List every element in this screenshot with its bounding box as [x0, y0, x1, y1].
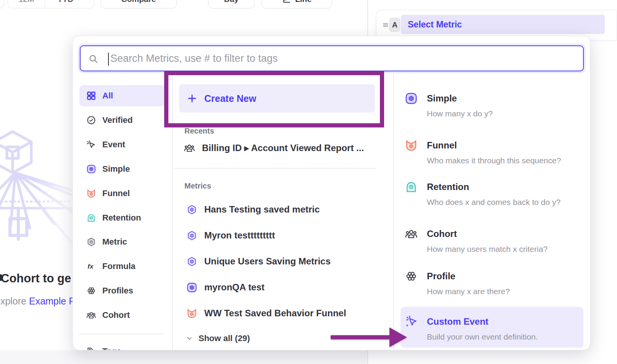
metric-search — [80, 45, 584, 71]
metric-row-badge: A — [389, 18, 401, 32]
sidebar-item-label: Verified — [102, 115, 132, 125]
explore-prefix: explore — [0, 296, 26, 306]
simple-icon — [186, 282, 197, 293]
column-divider-1 — [172, 71, 173, 350]
metric-hex-icon — [186, 204, 197, 215]
sidebar-item-profiles[interactable]: Profiles — [79, 280, 165, 301]
metric-type-desc: How many x do y? — [427, 108, 493, 119]
canvas-footer — [0, 350, 367, 364]
metric-type-profile[interactable]: ProfileHow many x are there? — [393, 265, 590, 307]
sidebar-divider — [79, 333, 165, 334]
simple-icon — [405, 92, 418, 105]
retention-icon — [86, 213, 96, 223]
sidebar-item-simple[interactable]: Simple — [79, 158, 165, 180]
sidebar-item-label: Cohort — [102, 310, 130, 320]
select-metric-field[interactable]: Select Metric — [401, 15, 605, 34]
event-icon — [86, 140, 96, 150]
metric-item-hans-testing-saved-metric[interactable]: Hans Testing saved metric — [186, 199, 320, 220]
metric-type-title: Cohort — [427, 228, 457, 240]
day-button[interactable]: Day — [208, 0, 255, 8]
app-root: 12M YTD Compare Day Line Cohort to ge ex… — [0, 0, 617, 364]
sidebar-item-all[interactable]: All — [79, 85, 165, 106]
sidebar-item-label: Tags — [102, 346, 121, 350]
metric-type-custom-event[interactable]: Custom EventBuild your own event definit… — [393, 310, 590, 350]
recent-item-label: Billing ID ▸ Account Viewed Report ... — [202, 143, 364, 153]
line-chart-icon — [282, 0, 291, 4]
metric-type-title: Funnel — [427, 139, 457, 151]
empty-state-subtext: explore Example R — [0, 296, 76, 307]
metric-type-funnel[interactable]: FunnelWho makes it through this sequence… — [393, 134, 590, 176]
example-link[interactable]: Example R — [29, 296, 76, 306]
empty-state-headline: Cohort to ge — [1, 272, 71, 285]
sidebar-item-label: Profiles — [102, 286, 133, 296]
profiles-icon — [405, 270, 418, 283]
custom-event-icon — [405, 315, 418, 328]
search-input[interactable] — [81, 46, 583, 71]
metrics-heading: Metrics — [184, 182, 211, 190]
select-metric-label: Select Metric — [408, 19, 462, 30]
sidebar-item-formula[interactable]: fxFormula — [79, 256, 165, 277]
show-all-label: Show all (29) — [199, 333, 250, 343]
metric-hex-icon — [186, 256, 197, 267]
verified-icon — [86, 115, 96, 125]
range-12m-button[interactable]: 12M — [8, 0, 45, 8]
sidebar-item-tags[interactable]: Tags — [79, 341, 165, 350]
metric-type-desc: How many x are there? — [427, 286, 510, 297]
sidebar-item-funnel[interactable]: Funnel — [79, 183, 165, 204]
metric-type-cohort[interactable]: CohortHow many users match x criteria? — [393, 222, 590, 264]
create-new-label: Create New — [204, 93, 256, 104]
metric-icon — [86, 237, 96, 247]
retention-icon — [405, 180, 418, 193]
recents-divider — [174, 168, 376, 169]
range-ytd-button[interactable]: YTD — [45, 0, 94, 8]
tag-icon — [86, 346, 96, 350]
metric-type-title: Profile — [427, 270, 455, 282]
metric-item-unique-users-saving-metrics[interactable]: Unique Users Saving Metrics — [186, 251, 331, 272]
sidebar-item-label: Simple — [102, 164, 130, 174]
sidebar-item-label: Event — [102, 140, 125, 150]
metric-item-label: myronQA test — [204, 282, 265, 293]
drag-handle-icon[interactable] — [382, 21, 389, 29]
metric-item-label: Unique Users Saving Metrics — [204, 256, 331, 267]
compare-label: Compare — [121, 0, 156, 4]
metric-type-desc: How many users match x criteria? — [427, 244, 548, 254]
sidebar-item-verified[interactable]: Verified — [79, 110, 165, 131]
metric-item-ww-test-saved-behavior-funnel[interactable]: WW Test Saved Behavior Funnel — [186, 303, 346, 324]
metric-type-title: Retention — [427, 181, 469, 193]
metric-type-retention[interactable]: RetentionWho does x and comes back to do… — [393, 176, 590, 217]
select-metric-modal: AllVerifiedEventSimpleFunnelRetentionMet… — [73, 36, 590, 350]
cohort-icon — [405, 227, 418, 240]
metric-item-myron-testtttttttt[interactable]: Myron testtttttttt — [186, 225, 275, 246]
sidebar-item-label: Formula — [102, 261, 136, 271]
day-label: Day — [224, 0, 239, 4]
chevron-down-icon — [186, 335, 193, 342]
metric-type-desc: Who makes it through this sequence? — [427, 155, 561, 166]
recents-heading: Recents — [184, 127, 214, 135]
sidebar-item-label: Funnel — [102, 188, 130, 198]
svg-text:fx: fx — [87, 263, 94, 270]
simple-icon — [86, 164, 96, 174]
metric-item-label: Myron testtttttttt — [204, 230, 275, 241]
date-range-group: 12M YTD — [8, 0, 94, 8]
range-12m-label: 12M — [19, 0, 34, 4]
plus-icon — [187, 93, 197, 104]
sidebar-item-event[interactable]: Event — [79, 134, 165, 155]
chevron-down-icon — [76, 0, 82, 2]
recent-item[interactable]: Billing ID ▸ Account Viewed Report ... — [184, 137, 364, 159]
funnel-icon — [86, 188, 96, 198]
metric-item-label: Hans Testing saved metric — [204, 204, 320, 215]
line-label: Line — [295, 0, 312, 4]
grid-icon — [86, 91, 96, 101]
create-new-button[interactable]: Create New — [179, 84, 375, 113]
line-chart-type-button[interactable]: Line — [262, 0, 332, 8]
toolbar-stub-button[interactable] — [0, 0, 4, 8]
show-all-button[interactable]: Show all (29) — [186, 328, 250, 349]
sidebar-item-retention[interactable]: Retention — [79, 207, 165, 229]
sidebar-item-cohort[interactable]: Cohort — [79, 304, 165, 326]
sidebar-item-metric[interactable]: Metric — [79, 231, 165, 253]
metric-type-simple[interactable]: SimpleHow many x do y? — [393, 87, 590, 129]
metric-item-myronqa-test[interactable]: myronQA test — [186, 277, 265, 298]
compare-button[interactable]: Compare — [100, 0, 177, 8]
metric-item-label: WW Test Saved Behavior Funnel — [204, 308, 346, 319]
range-ytd-label: YTD — [57, 0, 73, 4]
